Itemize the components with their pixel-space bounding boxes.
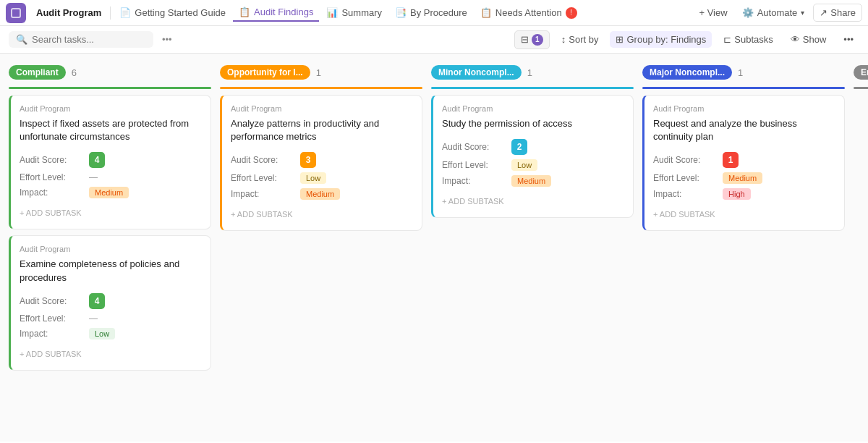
card-compliant-1[interactable]: Audit Program Examine completeness of po… [9,235,211,370]
column-badge-opportunity: Opportunity for I... [220,65,310,80]
column-line-empty [854,87,868,89]
impact-label: Impact: [653,189,718,199]
nav-right-actions: + View ⚙️ Automate ▾ ↗ Share [693,4,862,22]
nav-needs-attention[interactable]: 📋 Needs Attention ! [475,4,583,22]
subtasks-button[interactable]: ⊏ Subtasks [718,31,778,48]
add-subtask-button[interactable]: + ADD SUBTASK [442,194,624,208]
search-box[interactable]: 🔍 [9,31,153,48]
column-header-minor: Minor Noncompl... 1 [431,62,634,87]
sort-icon: ↕ [561,34,566,45]
add-subtask-button[interactable]: + ADD SUBTASK [231,207,413,222]
audit-score-label: Audit Score: [442,142,507,152]
column-header-major: Major Noncompl... 1 [642,62,845,87]
card-audit-score-field: Audit Score: 4 [20,152,202,168]
audit-score-label: Audit Score: [653,155,718,165]
automate-icon: ⚙️ [742,7,754,18]
impact-badge: Low [89,328,115,339]
nav-audit-program[interactable]: Audit Program [30,4,107,21]
summary-icon: 📊 [326,7,338,18]
automate-button[interactable]: ⚙️ Automate ▾ [736,4,811,21]
card-title: Request and analyze the business continu… [653,117,835,143]
audit-score-label: Audit Score: [231,155,296,165]
card-effort-field: Effort Level: Low [231,172,413,184]
column-count-opportunity: 1 [316,67,321,78]
effort-label: Effort Level: [442,160,507,170]
share-button[interactable]: ↗ Share [813,4,862,22]
impact-label: Impact: [231,189,296,199]
audit-score-label: Audit Score: [20,296,85,306]
nav-divider-1 [110,7,111,20]
card-impact-field: Impact: Low [20,328,202,339]
card-effort-field: Effort Level: — [20,313,202,324]
column-badge-empty: Empty [854,65,868,80]
column-empty: Empty 0 [854,62,868,433]
nav-summary[interactable]: 📊 Summary [320,4,388,21]
effort-badge: Low [511,159,537,171]
score-badge: 4 [89,293,105,309]
score-badge: 4 [89,152,105,168]
card-effort-field: Effort Level: — [20,172,202,182]
add-subtask-button[interactable]: + ADD SUBTASK [20,206,202,220]
nav-getting-started[interactable]: 📄 Getting Started Guide [114,4,231,21]
view-button[interactable]: + View [693,4,733,21]
score-badge: 2 [511,139,527,155]
chevron-down-icon: ▾ [801,9,804,17]
effort-badge: Low [300,172,326,184]
column-opportunity: Opportunity for I... 1 Audit Program Ana… [220,62,422,433]
nav-audit-findings[interactable]: 📋 Audit Findings [233,4,319,22]
overflow-button[interactable]: ••• [838,31,859,48]
add-subtask-button[interactable]: + ADD SUBTASK [653,207,835,222]
group-icon: ⊞ [616,34,624,45]
card-opportunity-0[interactable]: Audit Program Analyze patterns in produc… [220,95,422,231]
card-major-0[interactable]: Audit Program Request and analyze the bu… [642,95,845,231]
column-badge-major: Major Noncompl... [642,65,732,80]
effort-label: Effort Level: [231,173,296,183]
effort-label: Effort Level: [20,313,85,324]
card-audit-score-field: Audit Score: 3 [231,152,413,168]
column-count-compliant: 6 [72,67,77,78]
group-by-button[interactable]: ⊞ Group by: Findings [610,31,712,48]
card-title: Study the permission of access [442,117,624,130]
doc-icon: 📄 [119,7,131,18]
card-impact-field: Impact: High [653,188,835,200]
impact-label: Impact: [442,176,507,186]
add-subtask-button[interactable]: + ADD SUBTASK [20,347,202,361]
card-impact-field: Impact: Medium [442,175,624,187]
card-minor-0[interactable]: Audit Program Study the permission of ac… [431,95,634,218]
column-major: Major Noncompl... 1 Audit Program Reques… [642,62,845,433]
column-header-compliant: Compliant 6 [9,62,211,87]
filter-button[interactable]: ⊟ 1 [514,30,550,49]
column-badge-compliant: Compliant [9,65,66,80]
card-effort-field: Effort Level: Low [442,159,624,171]
card-title: Inspect if fixed assets are protected fr… [20,117,202,143]
column-line-opportunity [220,87,422,89]
card-impact-field: Impact: Medium [20,187,202,198]
show-button[interactable]: 👁 Show [785,31,833,48]
sort-button[interactable]: ↕ Sort by [556,31,605,48]
attention-icon: 📋 [480,7,492,18]
column-compliant: Compliant 6 Audit Program Inspect if fix… [9,62,211,433]
nav-by-procedure[interactable]: 📑 By Procedure [389,4,473,21]
card-program: Audit Program [442,104,624,113]
card-title: Examine completeness of policies and pro… [20,258,202,284]
column-count-major: 1 [738,67,743,78]
attention-badge: ! [566,7,577,19]
card-title: Analyze patterns in productivity and per… [231,117,413,143]
toolbar: 🔍 ••• ⊟ 1 ↕ Sort by ⊞ Group by: Findings… [0,26,868,54]
card-impact-field: Impact: Medium [231,188,413,200]
card-program: Audit Program [231,104,413,113]
eye-icon: 👁 [791,34,800,45]
card-audit-score-field: Audit Score: 1 [653,152,835,168]
top-navigation: Audit Program 📄 Getting Started Guide 📋 … [0,0,868,26]
search-icon: 🔍 [16,34,27,45]
card-compliant-0[interactable]: Audit Program Inspect if fixed assets ar… [9,95,211,229]
effort-badge: Medium [723,172,762,184]
search-input[interactable] [32,34,133,45]
column-line-minor [431,87,634,89]
impact-badge: Medium [89,187,129,198]
effort-label: Effort Level: [653,173,718,183]
kanban-board: Compliant 6 Audit Program Inspect if fix… [0,54,868,442]
more-options-button[interactable]: ••• [159,33,175,46]
column-line-compliant [9,87,211,89]
impact-badge: Medium [300,188,340,200]
